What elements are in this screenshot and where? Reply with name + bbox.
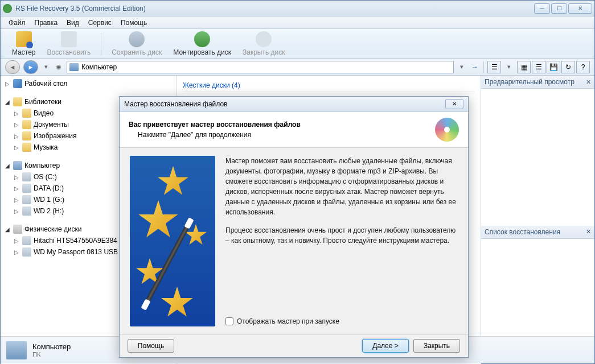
recovery-panel-body bbox=[481, 239, 594, 353]
tree-music-label: Музыка bbox=[34, 143, 58, 151]
dialog-header: Вас приветствует мастер восстановления ф… bbox=[120, 112, 468, 148]
preview-close-button[interactable]: ✕ bbox=[586, 78, 591, 86]
wizard-dialog: Мастер восстановления файлов ✕ Вас приве… bbox=[119, 96, 469, 358]
wizard-image bbox=[130, 156, 215, 326]
folder-icon bbox=[22, 131, 31, 140]
tree-documents-label: Документы bbox=[34, 121, 69, 129]
tree-arrow-icon[interactable]: ▷ bbox=[13, 249, 20, 255]
toolbar-recover-label: Восстановить bbox=[47, 48, 91, 56]
next-button[interactable]: Далее > bbox=[362, 339, 409, 353]
view-help-button[interactable]: ? bbox=[576, 61, 590, 73]
toolbar-close-label: Закрыть диск bbox=[243, 48, 285, 56]
sep bbox=[483, 61, 484, 73]
mount-disk-icon bbox=[194, 31, 210, 47]
toolbar-save-button[interactable]: Сохранить диск bbox=[106, 30, 167, 57]
tree-video-label: Видео bbox=[34, 109, 54, 117]
toolbar-save-label: Сохранить диск bbox=[112, 48, 162, 56]
nav-history-button[interactable]: ◉ bbox=[54, 61, 63, 73]
toolbar-wizard-button[interactable]: Мастер bbox=[6, 30, 42, 57]
recovery-title: Список восстановления bbox=[485, 228, 560, 236]
dialog-body: Мастер поможет вам восстановить любые уд… bbox=[120, 148, 468, 334]
window-title: RS File Recovery 3.5 (Commercial Edition… bbox=[15, 5, 534, 13]
view-list-button[interactable]: ☰ bbox=[532, 61, 545, 73]
view-dropdown-button[interactable]: ▾ bbox=[504, 61, 514, 73]
tree-arrow-icon[interactable]: ◢ bbox=[4, 163, 11, 169]
drive-icon bbox=[22, 172, 31, 181]
toolbar-close-disk-button[interactable]: Закрыть диск bbox=[237, 30, 291, 57]
folder-icon bbox=[22, 120, 31, 129]
toolbar-recover-button[interactable]: Восстановить bbox=[42, 30, 97, 57]
status-computer-icon bbox=[6, 341, 27, 359]
dialog-title: Мастер восстановления файлов bbox=[124, 100, 445, 108]
recovery-close-button[interactable]: ✕ bbox=[586, 228, 591, 235]
menu-view[interactable]: Вид bbox=[62, 17, 84, 28]
close-button[interactable]: ✕ bbox=[568, 3, 592, 14]
tree-arrow-icon[interactable]: ▷ bbox=[13, 133, 20, 139]
dialog-text: Мастер поможет вам восстановить любые уд… bbox=[225, 156, 458, 326]
cd-icon bbox=[435, 118, 459, 142]
tree-drive-label: WD 2 (H:) bbox=[34, 207, 64, 215]
tree-arrow-icon[interactable]: ▷ bbox=[13, 174, 20, 180]
tree-arrow-icon[interactable]: ▷ bbox=[4, 81, 11, 87]
minimize-button[interactable]: ─ bbox=[534, 3, 550, 14]
nav-forward-button[interactable]: ► bbox=[23, 60, 38, 74]
tree-drive-label: WD 1 (G:) bbox=[34, 196, 64, 204]
dialog-para1: Мастер поможет вам восстановить любые уд… bbox=[225, 156, 458, 217]
tree-arrow-icon[interactable]: ▷ bbox=[13, 197, 20, 203]
address-field[interactable]: Компьютер bbox=[67, 61, 454, 73]
recover-icon bbox=[61, 31, 77, 47]
preview-panel-header: Предварительный просмотр ✕ bbox=[481, 76, 594, 89]
tree-arrow-icon[interactable]: ▷ bbox=[13, 185, 20, 192]
tree-arrow-icon[interactable]: ◢ bbox=[4, 226, 11, 233]
toolbar-mount-button[interactable]: Монтировать диск bbox=[167, 30, 237, 57]
desktop-icon bbox=[13, 79, 22, 88]
tree-arrow-icon[interactable]: ▷ bbox=[13, 110, 20, 117]
menu-edit[interactable]: Правка bbox=[30, 17, 63, 28]
maximize-button[interactable]: ☐ bbox=[551, 3, 567, 14]
dialog-titlebar: Мастер восстановления файлов ✕ bbox=[120, 97, 468, 112]
menu-file[interactable]: Файл bbox=[4, 17, 30, 28]
drive-icon bbox=[22, 247, 31, 257]
view-save-button[interactable]: 💾 bbox=[547, 61, 560, 73]
drive-icon bbox=[22, 206, 31, 216]
tree-arrow-icon[interactable]: ◢ bbox=[4, 99, 11, 105]
titlebar: RS File Recovery 3.5 (Commercial Edition… bbox=[1, 1, 594, 16]
dialog-footer: Помощь Далее > Закрыть bbox=[120, 334, 468, 357]
dialog-para2: Процесс восстановления очень прост и дос… bbox=[225, 225, 458, 246]
tree-drive-label: OS (C:) bbox=[34, 173, 57, 181]
menu-help[interactable]: Помощь bbox=[116, 17, 151, 28]
tree-arrow-icon[interactable]: ▷ bbox=[13, 144, 20, 151]
menu-service[interactable]: Сервис bbox=[84, 17, 116, 28]
drive-icon bbox=[22, 184, 31, 193]
tree-physical-label: WD My Passport 0813 USB bbox=[34, 248, 118, 256]
nav-back-button[interactable]: ◄ bbox=[5, 60, 20, 74]
physical-disk-icon bbox=[13, 225, 22, 234]
go-button[interactable]: → bbox=[470, 61, 480, 73]
tree-arrow-icon[interactable]: ▷ bbox=[13, 238, 20, 244]
address-dropdown-button[interactable]: ▾ bbox=[457, 61, 466, 73]
tree-arrow-icon[interactable]: ▷ bbox=[13, 208, 20, 214]
dialog-close-button[interactable]: ✕ bbox=[445, 99, 463, 109]
drive-icon bbox=[22, 195, 31, 204]
tree-arrow-icon[interactable]: ▷ bbox=[13, 122, 20, 128]
status-subtitle: ПК bbox=[32, 351, 71, 358]
preview-title: Предварительный просмотр bbox=[485, 78, 575, 86]
nav-dropdown-button[interactable]: ▾ bbox=[42, 61, 51, 73]
status-title: Компьютер bbox=[32, 342, 71, 351]
dialog-header-title: Вас приветствует мастер восстановления ф… bbox=[129, 121, 435, 129]
help-button[interactable]: Помощь bbox=[128, 339, 174, 353]
wizard-icon bbox=[16, 31, 32, 47]
folder-icon bbox=[22, 109, 31, 118]
close-disk-icon bbox=[256, 31, 272, 47]
tree-desktop[interactable]: ▷ Рабочий стол bbox=[1, 78, 177, 89]
toolbar-sep bbox=[101, 32, 101, 55]
close-button[interactable]: Закрыть bbox=[413, 339, 460, 353]
folder-icon bbox=[22, 143, 31, 152]
view-group-button[interactable]: ☰ bbox=[487, 61, 501, 73]
show-on-startup-checkbox[interactable] bbox=[225, 317, 233, 325]
view-refresh-button[interactable]: ↻ bbox=[561, 61, 575, 73]
addressbar: ◄ ► ▾ ◉ Компьютер ▾ → ☰ ▾ ▦ ☰ 💾 ↻ ? bbox=[1, 59, 594, 76]
dialog-header-sub: Нажмите "Далее" для продолжения bbox=[129, 131, 435, 139]
view-icons-button[interactable]: ▦ bbox=[517, 61, 531, 73]
menubar: Файл Правка Вид Сервис Помощь bbox=[1, 16, 594, 29]
